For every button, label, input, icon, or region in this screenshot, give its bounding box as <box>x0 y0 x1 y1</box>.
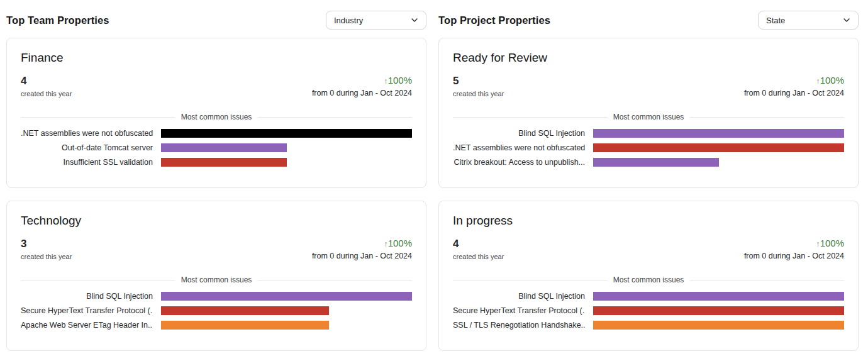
trend-value: ↑100% <box>312 75 412 87</box>
card-title: In progress <box>453 214 844 228</box>
issue-bar[interactable] <box>161 143 287 152</box>
industry-filter-dropdown[interactable]: Industry <box>326 11 426 30</box>
issue-row: .NET assemblies were not obfuscated <box>453 143 844 152</box>
dashboard-page: Top Team Properties Industry Finance 4 c… <box>0 0 868 361</box>
most-common-issues-divider: Most common issues <box>21 275 412 284</box>
trend-caption: from 0 during Jan - Oct 2024 <box>744 89 844 97</box>
issue-bar-track <box>593 321 844 330</box>
created-count: 3 <box>21 238 72 250</box>
issue-bar[interactable] <box>593 306 844 315</box>
issue-label: .NET assemblies were not obfuscated <box>21 129 153 138</box>
issue-row: Blind SQL Injection <box>453 129 844 138</box>
issue-label: .NET assemblies were not obfuscated <box>453 143 585 152</box>
divider-label: Most common issues <box>607 275 691 284</box>
issue-bar-track <box>161 292 412 301</box>
issue-bar-track <box>161 129 412 138</box>
created-caption: created this year <box>453 253 504 260</box>
issue-row: Secure HyperText Transfer Protocol (... <box>453 306 844 315</box>
divider-label: Most common issues <box>175 113 259 121</box>
issue-bar[interactable] <box>161 129 412 138</box>
state-filter-value: State <box>766 16 785 25</box>
trend-value: ↑100% <box>744 238 844 250</box>
most-common-issues-divider: Most common issues <box>453 113 844 121</box>
issue-row: .NET assemblies were not obfuscated <box>21 129 412 138</box>
issue-bar[interactable] <box>593 129 844 138</box>
divider-label: Most common issues <box>607 113 691 121</box>
issue-bar[interactable] <box>593 292 844 301</box>
issue-bar[interactable] <box>161 158 287 167</box>
issue-bar-track <box>161 306 412 315</box>
issue-label: Secure HyperText Transfer Protocol (... <box>21 306 153 315</box>
card-title: Technology <box>21 214 412 228</box>
issue-bar[interactable] <box>593 158 719 167</box>
most-common-issues-divider: Most common issues <box>21 113 412 121</box>
card-technology: Technology 3 created this year ↑100% fro… <box>6 201 426 351</box>
created-count: 4 <box>21 75 72 87</box>
stats-row: 4 created this year ↑100% from 0 during … <box>453 238 844 260</box>
issue-row: Insufficient SSL validation <box>21 158 412 167</box>
issue-label: Blind SQL Injection <box>453 129 585 138</box>
trend-value: ↑100% <box>744 75 844 87</box>
issue-bar-track <box>161 143 412 152</box>
issue-bar-track <box>161 158 412 167</box>
issue-row: Apache Web Server ETag Header In... <box>21 321 412 330</box>
created-count: 4 <box>453 238 504 250</box>
created-caption: created this year <box>21 253 72 260</box>
issue-bar-track <box>593 306 844 315</box>
card-title: Ready for Review <box>453 51 844 65</box>
created-count: 5 <box>453 75 504 87</box>
project-properties-header: Top Project Properties State <box>438 11 859 30</box>
divider-label: Most common issues <box>175 275 259 284</box>
issue-label: Secure HyperText Transfer Protocol (... <box>453 306 585 315</box>
project-properties-column: Top Project Properties State Ready for R… <box>438 0 859 361</box>
issue-row: Blind SQL Injection <box>453 292 844 301</box>
issue-label: SSL / TLS Renegotiation Handshake... <box>453 321 585 330</box>
issue-row: Secure HyperText Transfer Protocol (... <box>21 306 412 315</box>
card-title: Finance <box>21 51 412 65</box>
chevron-down-icon <box>843 16 850 24</box>
stats-row: 3 created this year ↑100% from 0 during … <box>21 238 412 260</box>
trend-caption: from 0 during Jan - Oct 2024 <box>744 252 844 260</box>
team-properties-column: Top Team Properties Industry Finance 4 c… <box>6 0 426 361</box>
issue-label: Apache Web Server ETag Header In... <box>21 321 153 330</box>
stats-row: 4 created this year ↑100% from 0 during … <box>21 75 412 97</box>
section-title-project-properties: Top Project Properties <box>438 14 550 26</box>
most-common-issues-divider: Most common issues <box>453 275 844 284</box>
issue-row: SSL / TLS Renegotiation Handshake... <box>453 321 844 330</box>
card-ready-for-review: Ready for Review 5 created this year ↑10… <box>438 38 859 188</box>
created-caption: created this year <box>453 90 504 97</box>
industry-filter-value: Industry <box>334 16 363 25</box>
issue-bar-track <box>593 158 844 167</box>
issue-bar-track <box>593 292 844 301</box>
trend-caption: from 0 during Jan - Oct 2024 <box>312 252 412 260</box>
section-title-team-properties: Top Team Properties <box>6 14 109 26</box>
trend-value: ↑100% <box>312 238 412 250</box>
issue-label: Insufficient SSL validation <box>21 158 153 167</box>
issue-row: Citrix breakout: Access to unpublish... <box>453 158 844 167</box>
card-in-progress: In progress 4 created this year ↑100% fr… <box>438 201 859 351</box>
issue-bar[interactable] <box>161 306 329 315</box>
issue-label: Blind SQL Injection <box>453 292 585 301</box>
issue-bar-track <box>593 143 844 152</box>
issue-bar[interactable] <box>161 321 329 330</box>
stats-row: 5 created this year ↑100% from 0 during … <box>453 75 844 97</box>
issue-row: Out-of-date Tomcat server <box>21 143 412 152</box>
issue-bar[interactable] <box>593 321 844 330</box>
issue-label: Blind SQL Injection <box>21 292 153 301</box>
issue-bar-track <box>161 321 412 330</box>
created-caption: created this year <box>21 90 72 97</box>
issue-label: Citrix breakout: Access to unpublish... <box>453 158 585 167</box>
issue-bar[interactable] <box>161 292 412 301</box>
issue-row: Blind SQL Injection <box>21 292 412 301</box>
issue-bar[interactable] <box>593 143 844 152</box>
issue-bar-track <box>593 129 844 138</box>
state-filter-dropdown[interactable]: State <box>758 11 859 30</box>
trend-caption: from 0 during Jan - Oct 2024 <box>312 89 412 97</box>
card-finance: Finance 4 created this year ↑100% from 0… <box>6 38 426 188</box>
issue-label: Out-of-date Tomcat server <box>21 143 153 152</box>
chevron-down-icon <box>411 16 418 24</box>
team-properties-header: Top Team Properties Industry <box>6 11 426 30</box>
